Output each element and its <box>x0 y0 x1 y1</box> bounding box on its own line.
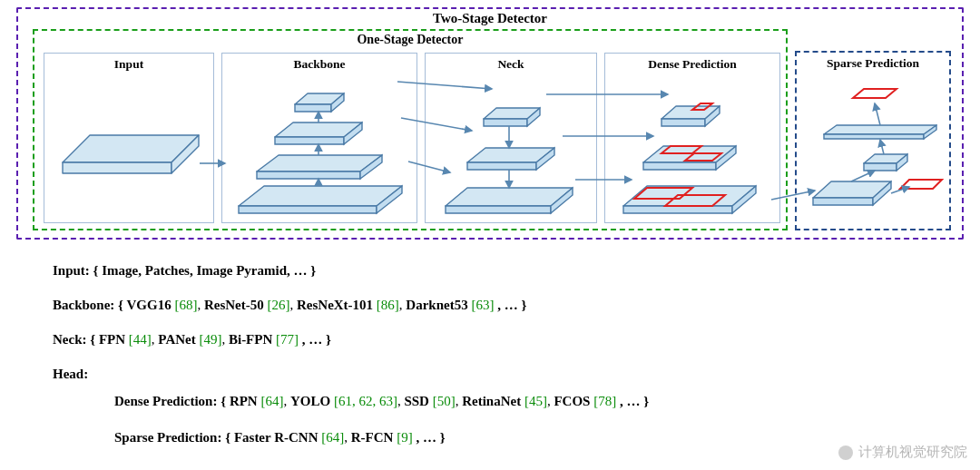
panel-input-title: Input <box>44 57 213 72</box>
legend-head: Head: <box>53 365 88 383</box>
wechat-icon <box>838 446 853 460</box>
svg-marker-44 <box>813 198 873 205</box>
svg-marker-7 <box>257 171 360 179</box>
one-stage-label: One-Stage Detector <box>34 33 786 47</box>
panel-backbone: Backbone <box>221 53 417 223</box>
svg-marker-22 <box>467 162 536 170</box>
one-stage-detector-box: One-Stage Detector Input Backbone <box>33 29 788 230</box>
input-graphic <box>44 72 215 224</box>
legend-dense-items: RPN [64], YOLO [61, 62, 63], SSD [50], R… <box>230 394 620 408</box>
sparse-graphic <box>797 71 953 232</box>
dense-graphic <box>605 72 781 224</box>
two-stage-detector-box: Two-Stage Detector One-Stage Detector In… <box>16 7 964 240</box>
backbone-graphic <box>222 72 418 224</box>
watermark: 计算机视觉研究院 <box>838 444 967 461</box>
panel-neck: Neck <box>425 53 597 223</box>
svg-marker-4 <box>239 206 377 213</box>
svg-marker-36 <box>662 119 705 126</box>
svg-marker-50 <box>824 134 924 139</box>
panel-backbone-title: Backbone <box>222 57 416 72</box>
legend-sparse-items: Faster R-CNN [64], R-FCN [9] <box>234 430 416 445</box>
svg-marker-1 <box>63 162 172 173</box>
panel-input: Input <box>44 53 214 223</box>
two-stage-label: Two-Stage Detector <box>18 11 962 26</box>
neck-graphic <box>426 72 598 224</box>
svg-marker-49 <box>824 125 936 134</box>
panel-dense: Dense Prediction <box>604 53 780 223</box>
svg-marker-13 <box>295 104 331 112</box>
svg-marker-10 <box>275 137 344 144</box>
svg-line-54 <box>875 103 880 125</box>
panel-sparse: Sparse Prediction <box>795 51 951 230</box>
legend-backbone-items: VGG16 [68], ResNet-50 [26], ResNeXt-101 … <box>126 298 497 312</box>
legend-backbone: Backbone: { VGG16 [68], ResNet-50 [26], … <box>53 296 526 314</box>
svg-marker-25 <box>484 119 527 126</box>
legend-dense: Dense Prediction: { RPN [64], YOLO [61, … <box>114 392 649 410</box>
svg-marker-52 <box>853 89 897 98</box>
svg-marker-30 <box>623 206 732 213</box>
svg-marker-19 <box>446 206 551 213</box>
panel-neck-title: Neck <box>426 57 596 72</box>
legend-sparse: Sparse Prediction: { Faster R-CNN [64], … <box>114 428 446 446</box>
svg-line-56 <box>851 171 875 181</box>
svg-marker-3 <box>239 186 402 206</box>
legend-neck-items: FPN [44], PANet [49], Bi-FPN [77] <box>99 332 302 347</box>
svg-marker-47 <box>864 163 897 171</box>
legend-neck: Neck: { FPN [44], PANet [49], Bi-FPN [77… <box>53 330 331 348</box>
panel-sparse-title: Sparse Prediction <box>797 56 949 71</box>
svg-marker-33 <box>643 162 716 170</box>
legend-input: Input: { Image, Patches, Image Pyramid, … <box>53 261 316 279</box>
svg-line-55 <box>880 140 884 154</box>
panel-dense-title: Dense Prediction <box>605 57 779 72</box>
